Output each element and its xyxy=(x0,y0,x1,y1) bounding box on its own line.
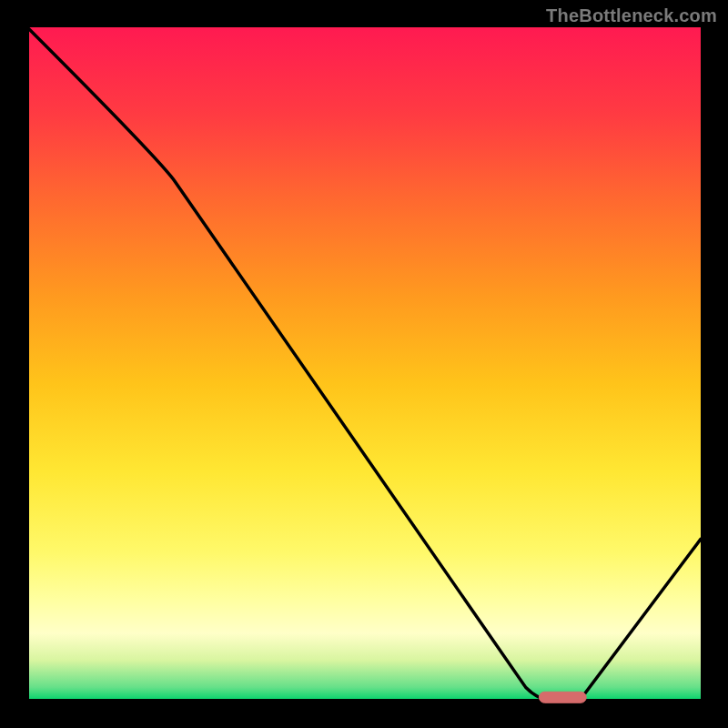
chart-container: TheBottleneck.com xyxy=(0,0,728,728)
watermark-text: TheBottleneck.com xyxy=(546,5,717,26)
plot-gradient-background xyxy=(27,27,701,701)
